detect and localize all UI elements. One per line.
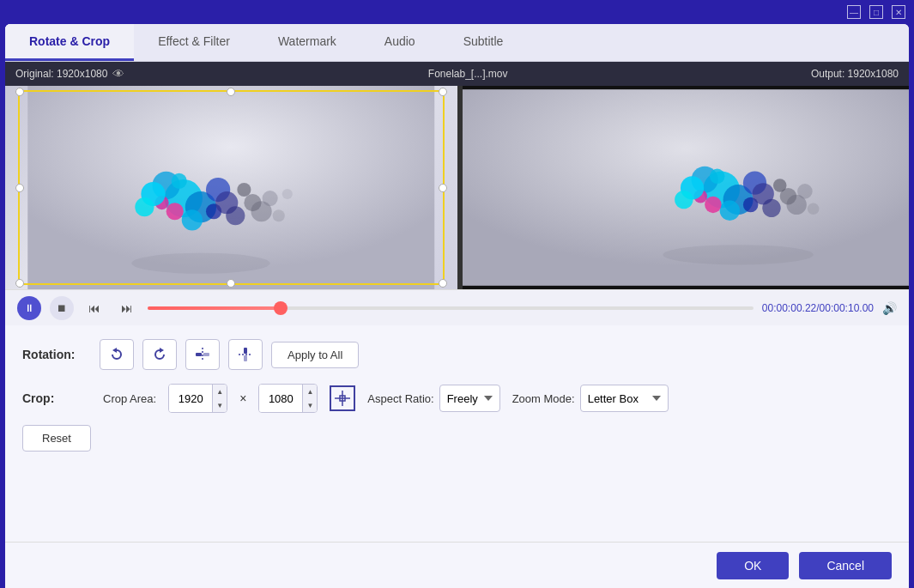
tab-bar: Rotate & Crop Effect & Filter Watermark … — [5, 24, 909, 62]
svg-point-5 — [182, 209, 203, 230]
playback-bar: ⏸ ⏹ ⏮ ⏭ 00:00:00.22/00:00:10.00 🔊 — [5, 289, 909, 325]
crop-row: Crop: Crop Area: ▲ ▼ × ▲ ▼ — [22, 384, 892, 413]
preview-image-left — [5, 86, 457, 289]
preview-content — [5, 86, 909, 289]
volume-icon[interactable]: 🔊 — [882, 301, 897, 315]
minimize-button[interactable]: — — [847, 5, 861, 19]
svg-point-10 — [226, 206, 245, 225]
svg-point-38 — [675, 191, 693, 209]
svg-point-16 — [282, 189, 293, 199]
crop-height-spinners: ▲ ▼ — [302, 385, 317, 412]
preview-area: Original: 1920x1080 👁 Fonelab_[...].mov … — [5, 62, 909, 289]
crop-area-label: Crop Area: — [103, 392, 156, 405]
preview-right — [463, 86, 910, 289]
crop-height-down[interactable]: ▼ — [303, 398, 317, 412]
preview-header: Original: 1920x1080 👁 Fonelab_[...].mov … — [5, 62, 909, 86]
preview-left — [5, 86, 457, 289]
svg-rect-41 — [196, 353, 202, 356]
tab-audio[interactable]: Audio — [360, 24, 439, 61]
ok-button[interactable]: OK — [717, 552, 789, 579]
svg-point-31 — [762, 199, 780, 217]
aspect-ratio-label: Aspect Ratio: — [367, 392, 433, 405]
progress-fill — [148, 306, 281, 310]
crop-label: Crop: — [22, 391, 91, 405]
progress-thumb[interactable] — [274, 301, 288, 315]
stop-button[interactable]: ⏹ — [50, 296, 74, 320]
time-current: 00:00:00.22 — [762, 302, 816, 314]
rotate-right-button[interactable] — [142, 339, 177, 370]
svg-point-19 — [172, 173, 187, 189]
crop-height-up[interactable]: ▲ — [303, 385, 317, 398]
zoom-mode-wrapper: Zoom Mode: Letter Box Pan & Scan Full — [512, 385, 669, 412]
prev-button[interactable]: ⏮ — [82, 296, 106, 320]
svg-point-15 — [273, 209, 285, 221]
main-window: Rotate & Crop Effect & Filter Watermark … — [5, 24, 909, 588]
controls-area: Rotation: Apply to — [5, 325, 909, 542]
svg-point-36 — [807, 203, 819, 215]
reset-button[interactable]: Reset — [22, 425, 91, 452]
tab-effect-filter[interactable]: Effect & Filter — [134, 24, 254, 61]
footer: OK Cancel — [5, 542, 909, 588]
output-label: Output: 1920x1080 — [811, 68, 899, 80]
svg-rect-44 — [244, 348, 247, 354]
filename-label: Fonelab_[...].mov — [428, 68, 508, 80]
tab-watermark[interactable]: Watermark — [254, 24, 360, 61]
rotation-label: Rotation: — [22, 348, 91, 361]
original-label: Original: 1920x1080 — [15, 68, 107, 80]
close-button[interactable]: ✕ — [892, 5, 905, 19]
center-crop-button[interactable] — [330, 385, 355, 411]
tab-subtitle[interactable]: Subtitle — [439, 24, 528, 61]
zoom-mode-select[interactable]: Letter Box Pan & Scan Full — [580, 385, 669, 412]
svg-point-35 — [797, 184, 813, 199]
progress-bar[interactable] — [148, 306, 754, 310]
svg-rect-45 — [244, 355, 247, 361]
rotate-left-button[interactable] — [100, 339, 134, 370]
cancel-button[interactable]: Cancel — [799, 552, 892, 579]
svg-point-11 — [237, 183, 251, 197]
svg-rect-42 — [203, 353, 209, 356]
flip-horizontal-button[interactable] — [185, 339, 220, 370]
crop-width-input[interactable] — [169, 385, 212, 412]
rotation-row: Rotation: Apply to — [22, 339, 892, 370]
svg-point-18 — [135, 197, 154, 216]
crop-width-spinners: ▲ ▼ — [212, 385, 227, 412]
crop-height-input-wrapper: ▲ ▼ — [258, 384, 318, 413]
svg-point-27 — [705, 197, 721, 213]
time-total: 00:00:10.00 — [820, 302, 874, 314]
aspect-ratio-wrapper: Aspect Ratio: Freely 16:9 4:3 1:1 9:16 — [367, 385, 499, 412]
apply-to-all-button[interactable]: Apply to All — [271, 342, 359, 368]
crop-width-down[interactable]: ▼ — [213, 398, 227, 412]
crop-width-input-wrapper: ▲ ▼ — [168, 384, 227, 413]
svg-point-6 — [166, 203, 184, 220]
preview-header-left: Original: 1920x1080 👁 — [15, 67, 124, 81]
svg-point-40 — [663, 245, 813, 264]
svg-point-20 — [131, 253, 269, 274]
preview-header-right: Output: 1920x1080 — [811, 68, 899, 80]
aspect-ratio-select[interactable]: Freely 16:9 4:3 1:1 9:16 — [439, 385, 500, 412]
time-display: 00:00:00.22/00:00:10.00 — [762, 302, 874, 314]
svg-point-14 — [263, 191, 278, 206]
crop-height-input[interactable] — [259, 385, 302, 412]
maximize-button[interactable]: □ — [869, 5, 883, 19]
next-button[interactable]: ⏭ — [115, 296, 139, 320]
flip-vertical-button[interactable] — [228, 339, 263, 370]
zoom-mode-label: Zoom Mode: — [512, 392, 575, 405]
pause-button[interactable]: ⏸ — [17, 296, 41, 320]
title-bar: — □ ✕ — [0, 0, 914, 24]
tab-rotate-crop[interactable]: Rotate & Crop — [5, 24, 134, 61]
svg-point-39 — [709, 169, 724, 185]
svg-point-26 — [719, 201, 739, 221]
eye-icon[interactable]: 👁 — [112, 67, 124, 81]
crop-separator: × — [239, 391, 246, 405]
crop-width-up[interactable]: ▲ — [213, 385, 227, 398]
